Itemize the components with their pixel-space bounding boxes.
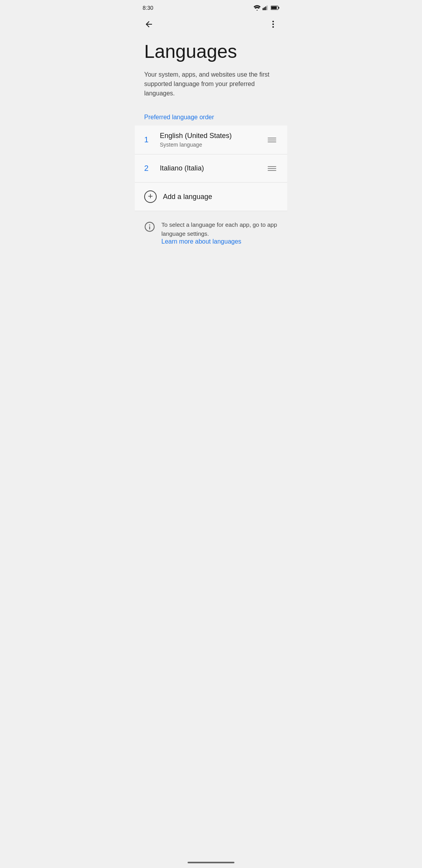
signal-icon: [263, 5, 269, 11]
drag-handle-2[interactable]: [266, 165, 278, 172]
back-button[interactable]: [141, 16, 157, 32]
svg-rect-3: [266, 5, 268, 10]
battery-icon: [271, 5, 279, 10]
svg-rect-5: [278, 7, 279, 9]
learn-more-link[interactable]: Learn more about languages: [161, 238, 241, 245]
add-language-label: Add a language: [157, 193, 212, 201]
language-number-1: 1: [144, 135, 157, 144]
svg-point-9: [272, 26, 274, 28]
section-header: Preferred language order: [135, 111, 287, 126]
page-header: Languages Your system, apps, and website…: [135, 34, 287, 111]
page-title: Languages: [144, 41, 278, 62]
language-info-1: English (United States) System language: [157, 132, 266, 148]
drag-handle-line: [268, 168, 276, 169]
status-time: 8:30: [143, 5, 153, 11]
info-description: To select a language for each app, go to…: [161, 221, 277, 237]
svg-rect-12: [149, 226, 150, 230]
status-icons: [254, 5, 279, 11]
drag-handle-line: [268, 138, 276, 138]
language-list: 1 English (United States) System languag…: [135, 126, 287, 211]
status-bar: 8:30: [135, 0, 287, 14]
svg-rect-0: [263, 8, 264, 10]
add-icon: +: [144, 190, 157, 203]
svg-point-8: [272, 23, 274, 25]
svg-point-7: [272, 21, 274, 22]
language-item-1[interactable]: 1 English (United States) System languag…: [135, 126, 287, 154]
wifi-icon: [254, 5, 261, 11]
language-item-2[interactable]: 2 Italiano (Italia): [135, 154, 287, 183]
language-name-2: Italiano (Italia): [160, 164, 266, 172]
language-number-2: 2: [144, 164, 157, 173]
add-icon-plus: +: [148, 192, 153, 201]
language-name-1: English (United States): [160, 132, 266, 140]
drag-handle-1[interactable]: [266, 136, 278, 144]
language-subtitle-1: System language: [160, 142, 266, 148]
svg-rect-6: [271, 6, 277, 9]
more-options-icon: [268, 20, 278, 29]
drag-handle-line: [268, 166, 276, 167]
page-description: Your system, apps, and websites use the …: [144, 70, 278, 98]
back-icon: [144, 20, 154, 29]
info-icon: [144, 221, 155, 232]
info-section: To select a language for each app, go to…: [135, 211, 287, 251]
add-language-button[interactable]: + Add a language: [135, 183, 287, 211]
preferred-language-order-link[interactable]: Preferred language order: [144, 114, 214, 120]
drag-handle-line: [268, 140, 276, 140]
drag-handle-line: [268, 170, 276, 171]
more-options-button[interactable]: [265, 16, 281, 32]
language-info-2: Italiano (Italia): [157, 164, 266, 172]
drag-handle-line: [268, 142, 276, 142]
svg-rect-2: [265, 7, 266, 10]
top-bar: [135, 14, 287, 34]
svg-point-11: [149, 224, 150, 226]
info-text-block: To select a language for each app, go to…: [161, 221, 278, 245]
svg-rect-1: [264, 7, 265, 10]
